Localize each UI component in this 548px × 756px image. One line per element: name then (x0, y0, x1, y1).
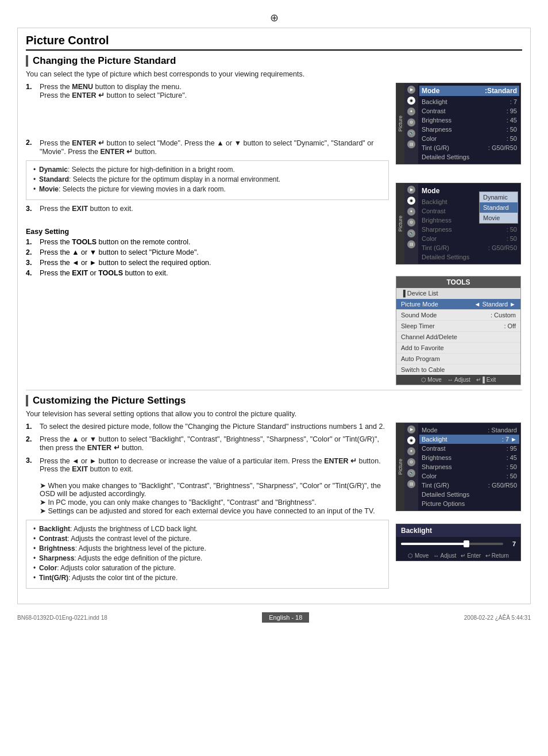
icon4: ⚙ (407, 118, 415, 126)
step2-2-content: Press the ▲ or ▼ button to select "Backl… (40, 435, 389, 452)
footer-file: BN68-01392D-01Eng-0221.indd 18 (17, 615, 107, 621)
slider-fill (401, 543, 468, 545)
tv-menu2-label: Picture (396, 183, 404, 264)
tv-menu1-sidebar: ▶ ◉ ✦ ⚙ 🔊 ▤ (404, 83, 418, 164)
main-section: Picture Control Changing the Picture Sta… (17, 28, 531, 604)
option-dynamic[interactable]: Dynamic (480, 192, 518, 202)
tv-slider-bar: Backlight 7 ⬡ Move ↔ Adjust ↵ Enter ↩ Re… (396, 524, 521, 561)
bullet-contrast: Contrast: Adjusts the contrast level of … (33, 535, 381, 543)
step3-num: 3. (26, 205, 36, 213)
footer-date: 2008-02-22 ¿ÁÊÄ 5:44:31 (464, 615, 531, 621)
tv-menu2: Picture ▶ ◉ ✦ ⚙ 🔊 ▤ Mode (396, 183, 521, 264)
footer-page: English - 18 (262, 612, 309, 623)
bullet-brightness: Brightness: Adjusts the brightness level… (33, 544, 381, 552)
bullet-standard: Standard: Selects the picture for the op… (33, 175, 381, 183)
subsection2-title: Customizing the Picture Settings (26, 395, 522, 406)
option-standard[interactable]: Standard (480, 202, 518, 213)
compass-icon: ⊕ (17, 11, 531, 24)
steps2-col: 1. To select the desired picture mode, f… (26, 423, 389, 593)
icon2: ◉ (407, 97, 415, 105)
intro1-text: You can select the type of picture which… (26, 70, 522, 78)
tv-menu1-body: Picture ▶ ◉ ✦ ⚙ 🔊 ▤ Mode:Standard (396, 83, 520, 164)
steps1-col: 1. Press the MENU button to display the … (26, 83, 389, 385)
tools-sleep-timer[interactable]: Sleep Timer : Off (396, 321, 520, 332)
tools-switch-cable[interactable]: Switch to Cable (396, 364, 520, 375)
backlight-row: Backlight: 7 (422, 97, 517, 106)
tools-footer: ⬡ Move ↔ Adjust ↵▐ Exit (396, 375, 520, 385)
slider-row: 7 (396, 537, 520, 551)
tools-picture-mode[interactable]: Picture Mode ◄ Standard ► (396, 299, 520, 310)
step2-3: 3. Press the ◄ or ► button to decrease o… (26, 456, 389, 515)
section-divider (26, 390, 522, 390)
tv-menu3-sidebar: ▶ ◉ ✦ ⚙ 🔊 ▤ (404, 423, 418, 511)
step1-num: 1. (26, 83, 36, 99)
backlight-row3: Backlight: 7 ► (419, 435, 519, 444)
step2-1-num: 1. (26, 423, 36, 431)
bullet-color: Color: Adjusts color saturation of the p… (33, 564, 381, 572)
icon3: ✦ (407, 108, 415, 116)
tools-device-list[interactable]: ▐ Device List (396, 288, 520, 299)
step1-content: Press the MENU button to display the men… (40, 83, 389, 99)
step2-3-content: Press the ◄ or ► button to decrease or i… (40, 456, 389, 515)
bullet-tint: Tint(G/R): Adjusts the color tint of the… (33, 574, 381, 582)
step2-2-num: 2. (26, 435, 36, 452)
icon5: 🔊 (407, 129, 415, 137)
bullet-dynamic: Dynamic: Selects the picture for high-de… (33, 166, 381, 174)
page-footer: BN68-01392D-01Eng-0221.indd 18 English -… (17, 612, 531, 623)
tv-images-col2: Picture ▶ ◉ ✦ ⚙ 🔊 ▤ Mode: Standard (396, 423, 522, 593)
step2-content: Press the ENTER ↵ button to select "Mode… (40, 139, 389, 156)
subsection1-title: Changing the Picture Standard (26, 55, 522, 67)
step2-2: 2. Press the ▲ or ▼ button to select "Ba… (26, 435, 389, 452)
step2-3-num: 3. (26, 456, 36, 515)
slider-value: 7 (507, 540, 516, 547)
easy-setting-title: Easy Setting (26, 228, 389, 236)
bullet-movie: Movie: Selects the picture for viewing m… (33, 185, 381, 193)
step3-content: Press the EXIT button to exit. (40, 205, 389, 213)
tv-nav-bar: ⬡ Move ↔ Adjust ↵ Enter ↩ Return (396, 551, 520, 561)
tv-menu3: Picture ▶ ◉ ✦ ⚙ 🔊 ▤ Mode: Standard (396, 423, 521, 511)
easy-step4: 4. Press the EXIT or TOOLS button to exi… (26, 269, 389, 277)
tools-add-favorite[interactable]: Add to Favorite (396, 343, 520, 354)
steps2-section: 1. To select the desired picture mode, f… (26, 423, 522, 593)
mode-row3: Mode: Standard (422, 425, 517, 435)
step2-num: 2. (26, 139, 36, 156)
tools-menu: TOOLS ▐ Device List Picture Mode ◄ Stand… (396, 276, 521, 385)
tv-menu2-body: Picture ▶ ◉ ✦ ⚙ 🔊 ▤ Mode (396, 183, 520, 264)
mode-dropdown: Dynamic Standard Movie (479, 191, 518, 224)
tv-menu2-sidebar: ▶ ◉ ✦ ⚙ 🔊 ▤ (404, 183, 418, 264)
icon1: ▶ (407, 86, 415, 94)
page: ⊕ Picture Control Changing the Picture S… (0, 0, 548, 756)
tv-menu1-label: Picture (396, 83, 404, 164)
tools-channel-add[interactable]: Channel Add/Delete (396, 332, 520, 343)
steps1-section: 1. Press the MENU button to display the … (26, 83, 522, 385)
tv-menu1-content: Mode:Standard Backlight: 7 Contrast: 95 … (418, 83, 520, 164)
mode-row: Mode:Standard (419, 86, 519, 96)
tv-menu3-body: Picture ▶ ◉ ✦ ⚙ 🔊 ▤ Mode: Standard (396, 423, 520, 511)
tools-auto-program[interactable]: Auto Program (396, 354, 520, 364)
step2: 2. Press the ENTER ↵ button to select "M… (26, 139, 389, 156)
bullets2-box: Backlight: Adjusts the brightness of LCD… (26, 520, 389, 589)
tv-menu1: Picture ▶ ◉ ✦ ⚙ 🔊 ▤ Mode:Standard (396, 83, 521, 164)
step1: 1. Press the MENU button to display the … (26, 83, 389, 99)
bullets2-list: Backlight: Adjusts the brightness of LCD… (33, 525, 381, 582)
option-movie[interactable]: Movie (480, 213, 518, 223)
intro2-text: Your television has several setting opti… (26, 410, 522, 418)
easy-step2: 2. Press the ▲ or ▼ button to select "Pi… (26, 248, 389, 256)
step2-1-content: To select the desired picture mode, foll… (40, 423, 389, 431)
section-title: Picture Control (26, 34, 522, 51)
bullets1-box: Dynamic: Selects the picture for high-de… (26, 160, 389, 200)
tv-menu3-content: Mode: Standard Backlight: 7 ► Contrast: … (418, 423, 520, 511)
icon6: ▤ (407, 140, 415, 148)
tools-sound-mode[interactable]: Sound Mode : Custom (396, 310, 520, 321)
backlight-label: Backlight (396, 524, 520, 537)
bullet-backlight: Backlight: Adjusts the brightness of LCD… (33, 525, 381, 533)
step3: 3. Press the EXIT button to exit. (26, 205, 389, 213)
bullet-sharpness: Sharpness: Adjusts the edge definition o… (33, 554, 381, 562)
easy-step3: 3. Press the ◄ or ► button to select the… (26, 259, 389, 267)
tv-images-col: Picture ▶ ◉ ✦ ⚙ 🔊 ▤ Mode:Standard (396, 83, 522, 385)
step2-1: 1. To select the desired picture mode, f… (26, 423, 389, 431)
tools-header: TOOLS (396, 277, 520, 288)
tv-menu3-label: Picture (396, 423, 404, 511)
bullets1-list: Dynamic: Selects the picture for high-de… (33, 166, 381, 193)
easy-step1: 1. Press the TOOLS button on the remote … (26, 238, 389, 246)
